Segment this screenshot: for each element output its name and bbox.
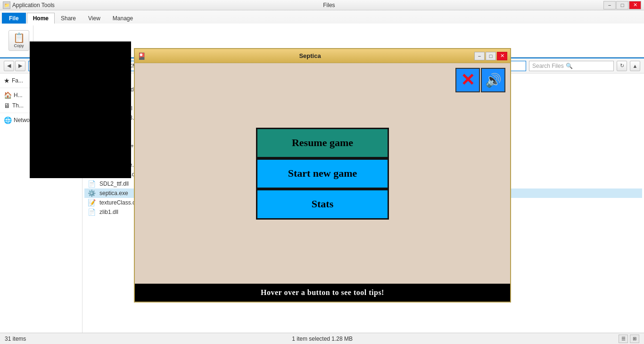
- game-body: ✕ 🔊 Resume game Start new game Stats Hov…: [135, 63, 510, 302]
- grid-view-button[interactable]: ⊞: [630, 335, 639, 343]
- start-new-game-button[interactable]: Start new game: [256, 158, 389, 189]
- nav-item-label: Fa...: [12, 77, 23, 84]
- status-view-controls: ☰ ⊞: [619, 335, 639, 343]
- copy-icon: 📋: [13, 33, 25, 42]
- tab-view[interactable]: View: [82, 13, 107, 24]
- game-title-bar: 🎴 Septica − □ ✕: [135, 49, 510, 63]
- search-icon: 🔍: [566, 63, 573, 69]
- tab-home[interactable]: Home: [27, 13, 55, 24]
- ribbon-group-clipboard: 📋 Copy: [5, 25, 33, 56]
- game-tooltip-bar: Hover over a button to see tool tips!: [135, 284, 510, 302]
- up-button[interactable]: ▲: [630, 61, 640, 71]
- close-button[interactable]: ✕: [629, 1, 641, 9]
- nav-item-label-thispc: Th...: [12, 102, 24, 109]
- title-bar: 📁 Application Tools Files − □ ✕: [0, 0, 644, 10]
- status-bar: 31 items 1 item selected 1.28 MB ☰ ⊞: [0, 333, 644, 344]
- game-icons: ✕ 🔊: [455, 68, 505, 92]
- ribbon-tabs: File Home Share View Manage: [0, 10, 644, 24]
- game-maximize-button[interactable]: □: [486, 52, 496, 60]
- sound-button[interactable]: 🔊: [481, 68, 505, 92]
- game-window: 🎴 Septica − □ ✕ ✕ 🔊 Resume game Start ne…: [134, 48, 511, 303]
- mute-button[interactable]: ✕: [455, 68, 480, 92]
- game-title-buttons: − □ ✕: [474, 52, 507, 60]
- maximize-button[interactable]: □: [616, 1, 628, 9]
- title-bar-left: 📁 Application Tools: [3, 1, 55, 9]
- navigation-buttons: ◀ ▶: [4, 61, 25, 71]
- resume-game-button[interactable]: Resume game: [256, 128, 389, 158]
- back-button[interactable]: ◀: [4, 61, 14, 71]
- speaker-icon: 🔊: [485, 73, 502, 88]
- explorer-title: Files: [323, 2, 335, 8]
- refresh-button[interactable]: ↻: [617, 61, 627, 71]
- copy-button[interactable]: 📋 Copy: [8, 30, 29, 51]
- search-box[interactable]: Search Files 🔍: [529, 61, 614, 71]
- menu-area: Resume game Start new game Stats: [135, 63, 510, 284]
- game-title-text: Septica: [299, 52, 321, 59]
- copy-label: Copy: [14, 43, 24, 48]
- nav-item-label-home: H...: [14, 92, 23, 98]
- mute-icon: ✕: [461, 72, 475, 89]
- status-item-count: 31 items: [5, 336, 26, 342]
- network-icon: 🌐: [4, 116, 12, 124]
- minimize-button[interactable]: −: [603, 1, 616, 9]
- game-tooltip-text: Hover over a button to see tool tips!: [261, 288, 384, 297]
- file-icon-textureclass: 📝: [87, 199, 96, 206]
- title-bar-controls: − □ ✕: [603, 1, 641, 9]
- tab-share[interactable]: Share: [55, 13, 82, 24]
- stats-button[interactable]: Stats: [256, 189, 389, 220]
- game-close-button[interactable]: ✕: [497, 52, 507, 60]
- game-title-icon: 🎴: [138, 52, 146, 60]
- home-icon: 🏠: [4, 91, 12, 99]
- forward-button[interactable]: ▶: [15, 61, 25, 71]
- search-placeholder: Search Files: [532, 63, 564, 69]
- title-bar-icon: 📁: [3, 1, 10, 9]
- tab-manage[interactable]: Manage: [107, 13, 139, 24]
- file-icon-septica: ⚙️: [87, 189, 96, 197]
- favorites-icon: ★: [4, 77, 10, 84]
- status-selection-info: 1 item selected 1.28 MB: [292, 336, 353, 342]
- file-icon-zlib: 📄: [87, 208, 96, 216]
- ribbon-tab-label-app-tools: Application Tools: [12, 2, 55, 8]
- file-icon-sdl2ttf: 📄: [87, 180, 96, 188]
- cmd-window: [30, 41, 131, 178]
- thispc-icon: 🖥: [4, 102, 10, 109]
- list-view-button[interactable]: ☰: [619, 335, 628, 343]
- game-minimize-button[interactable]: −: [474, 52, 485, 60]
- tab-file[interactable]: File: [2, 13, 26, 24]
